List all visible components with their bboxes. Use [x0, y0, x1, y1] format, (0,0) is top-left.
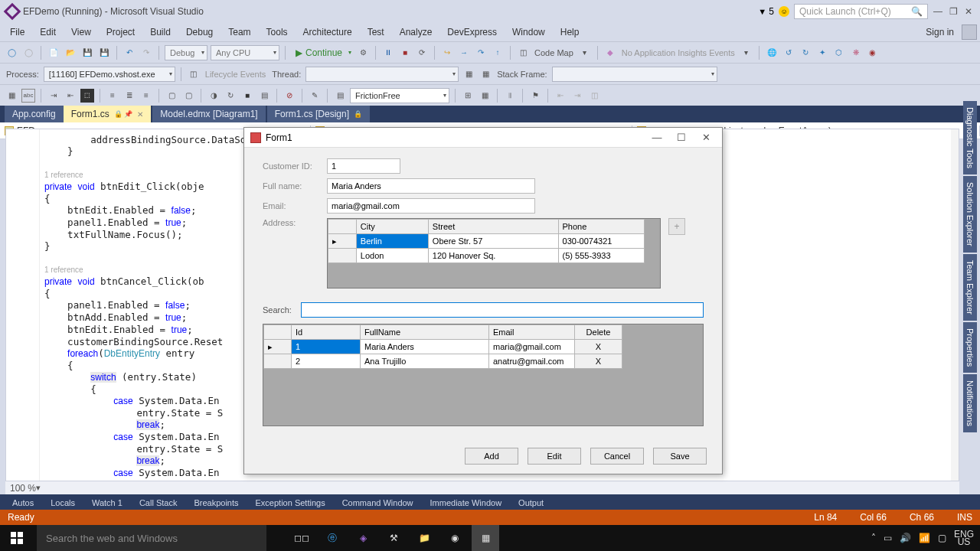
te-ic16[interactable]: ▦	[478, 89, 492, 103]
menu-debug[interactable]: Debug	[179, 24, 220, 40]
step-out-icon[interactable]: ↑	[491, 46, 505, 60]
addr-cell[interactable]: 120 Hanover Sq.	[428, 249, 558, 263]
menu-build[interactable]: Build	[143, 24, 178, 40]
save-all-icon[interactable]: 💾	[97, 46, 111, 60]
tray-volume-icon[interactable]: 🔊	[900, 533, 911, 543]
addr-cell[interactable]: Lodon	[356, 249, 428, 263]
rtab-team[interactable]: Team Explorer	[963, 254, 977, 321]
customerid-input[interactable]	[327, 158, 400, 174]
platform-dropdown[interactable]: Any CPU	[211, 45, 279, 60]
cust-cell[interactable]: anatru@gmail.com	[489, 354, 575, 369]
codemap-label[interactable]: Code Map	[533, 48, 575, 57]
te-ic4[interactable]: ⇤	[64, 89, 77, 103]
quick-launch-input[interactable]: Quick Launch (Ctrl+Q)🔍	[794, 4, 928, 19]
btab-output[interactable]: Output	[511, 495, 551, 510]
close-button[interactable]: ✕	[963, 6, 974, 17]
te-ic6[interactable]: ≡	[106, 89, 119, 103]
show-next-icon[interactable]: ↪	[440, 46, 454, 60]
new-project-icon[interactable]: 📄	[47, 46, 60, 60]
restart-icon[interactable]: ⟳	[415, 46, 429, 60]
menu-tools[interactable]: Tools	[260, 24, 295, 40]
menu-help[interactable]: Help	[554, 24, 586, 40]
nav-back-icon[interactable]: ◯	[5, 46, 18, 60]
explorer-icon[interactable]: 📁	[410, 525, 438, 551]
insights-dd-icon[interactable]: ▾	[740, 46, 753, 60]
te-ic7[interactable]: ≣	[122, 89, 136, 103]
running-app-icon[interactable]: ▦	[472, 525, 499, 551]
editor-overview-ruler[interactable]	[951, 129, 959, 481]
rtab-diagnostics[interactable]: Diagnostic Tools	[963, 101, 977, 174]
menu-team[interactable]: Team	[221, 24, 257, 40]
cust-col-email[interactable]: Email	[489, 325, 575, 340]
menu-test[interactable]: Test	[361, 24, 391, 40]
save-button[interactable]: Save	[653, 448, 707, 465]
tab-form1cs[interactable]: Form1.cs🔒 📌✕	[64, 106, 152, 122]
tb-ic5[interactable]: ❋	[849, 46, 863, 60]
form-maximize-button[interactable]: ☐	[671, 132, 691, 143]
cust-cell[interactable]: Maria Anders	[361, 340, 489, 354]
zoom-dropdown[interactable]: 100 %	[10, 483, 36, 494]
address-grid[interactable]: CityStreetPhone ▸BerlinObere Str. 57030-…	[327, 218, 661, 289]
step-into-icon[interactable]: →	[457, 46, 471, 60]
menu-file[interactable]: File	[3, 24, 31, 40]
te-ic14[interactable]: ▤	[333, 89, 347, 103]
cust-cell[interactable]: 1	[292, 340, 361, 354]
step-over-icon[interactable]: ↷	[474, 46, 488, 60]
addr-col-phone[interactable]: Phone	[558, 220, 644, 234]
addr-col-street[interactable]: Street	[428, 220, 558, 234]
form-minimize-button[interactable]: —	[647, 132, 667, 143]
tb-ic4[interactable]: ⬡	[832, 46, 846, 60]
delete-row-button[interactable]: X	[575, 354, 622, 369]
btab-immediate[interactable]: Immediate Window	[423, 495, 510, 510]
addr-cell[interactable]: 030-0074321	[558, 234, 644, 249]
te-ic15[interactable]: ⊞	[461, 89, 475, 103]
te-ic8[interactable]: ≡	[139, 89, 153, 103]
vs-icon[interactable]: ◈	[349, 525, 377, 551]
save-icon[interactable]: 💾	[80, 46, 94, 60]
nav-fwd-icon[interactable]: ◯	[21, 46, 35, 60]
insights-icon[interactable]: ◆	[603, 46, 617, 60]
thread-ic2[interactable]: ▦	[479, 67, 492, 81]
te-ic19[interactable]: ⇥	[570, 89, 584, 103]
te-ic5[interactable]: ⬚	[80, 89, 94, 103]
btab-command[interactable]: Command Window	[335, 495, 421, 510]
addr-cell[interactable]: Obere Str. 57	[428, 234, 558, 249]
rtab-properties[interactable]: Properties	[963, 322, 977, 373]
add-button[interactable]: Add	[465, 448, 518, 465]
te-nosign-icon[interactable]: ⊘	[283, 89, 296, 103]
continue-button[interactable]: Continue	[291, 45, 353, 60]
te-ic18[interactable]: ⇤	[554, 89, 567, 103]
codemap-icon[interactable]: ◫	[516, 46, 530, 60]
close-tab-icon[interactable]: ✕	[137, 110, 143, 119]
tb-ic1[interactable]: ↺	[782, 46, 795, 60]
step-icon[interactable]: ⚙	[356, 46, 370, 60]
btab-exceptions[interactable]: Exception Settings	[248, 495, 333, 510]
te-ic2[interactable]: abc	[21, 89, 35, 103]
te-ic1[interactable]: ▦	[5, 89, 18, 103]
btab-breakpoints[interactable]: Breakpoints	[186, 495, 246, 510]
customer-grid[interactable]: IdFullNameEmailDelete ▸1Maria Andersmari…	[263, 324, 704, 426]
pause-icon[interactable]: ⏸	[381, 46, 395, 60]
tray-network-icon[interactable]: 📶	[919, 533, 930, 543]
menu-window[interactable]: Window	[505, 24, 552, 40]
tab-form1design[interactable]: Form1.cs [Design]🔒	[267, 106, 370, 122]
search-input[interactable]	[301, 302, 704, 318]
tray-action-icon[interactable]: ▢	[938, 533, 946, 543]
cust-cell[interactable]: maria@gmail.com	[489, 340, 575, 354]
delete-row-button[interactable]: X	[575, 340, 622, 354]
chrome-icon[interactable]: ◉	[441, 525, 469, 551]
btab-autos[interactable]: Autos	[5, 495, 41, 510]
task-view-icon[interactable]: ◻◻	[288, 525, 315, 551]
form-close-button[interactable]: ✕	[696, 132, 716, 143]
btab-locals[interactable]: Locals	[43, 495, 83, 510]
browser-icon[interactable]: 🌐	[765, 46, 779, 60]
cust-col-delete[interactable]: Delete	[575, 325, 622, 340]
process-dropdown[interactable]: [11160] EFDemo.vshost.exe	[44, 67, 175, 82]
te-flag-icon[interactable]: ⚑	[528, 89, 542, 103]
te-ic11[interactable]: ■	[240, 89, 254, 103]
menu-edit[interactable]: Edit	[33, 24, 63, 40]
open-icon[interactable]: 📂	[64, 46, 77, 60]
feedback-icon[interactable]: ☺	[779, 6, 789, 17]
edit-button[interactable]: Edit	[528, 448, 581, 465]
redo-icon[interactable]: ↷	[139, 46, 153, 60]
